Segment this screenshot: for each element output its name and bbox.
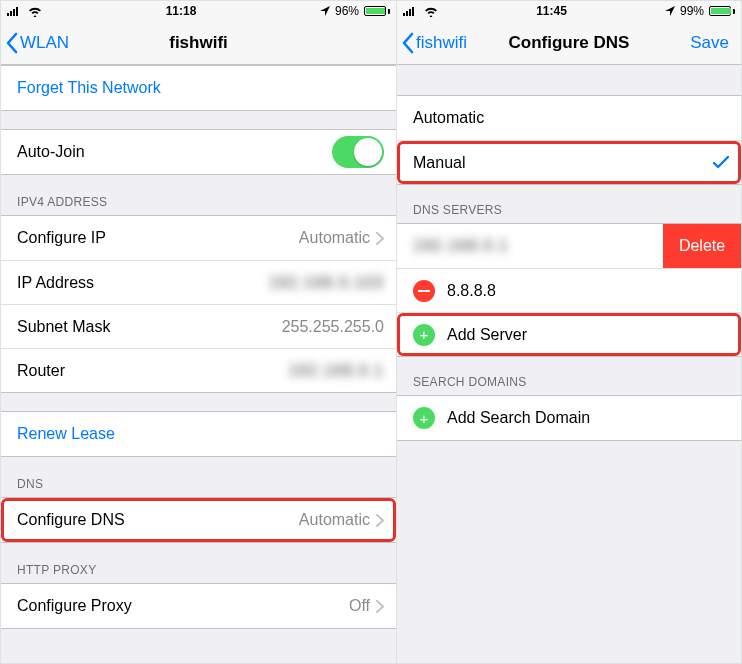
back-label: WLAN: [20, 33, 69, 53]
dns-server-row-1[interactable]: 192.168.0.1 Delete: [397, 224, 741, 268]
navbar: WLAN fishwifi: [1, 21, 396, 65]
configure-ip-label: Configure IP: [17, 229, 106, 247]
dns-server-1-value: 192.168.0.1: [413, 237, 509, 255]
cellular-signal-icon: [7, 6, 23, 16]
chevron-right-icon: [376, 232, 384, 245]
renew-lease-button[interactable]: Renew Lease: [1, 412, 396, 456]
battery-icon: [709, 6, 735, 16]
back-button[interactable]: WLAN: [1, 32, 69, 54]
back-label: fishwifi: [416, 33, 467, 53]
ip-address-row: IP Address 192.168.0.103: [1, 260, 396, 304]
navbar: fishwifi Configure DNS Save: [397, 21, 741, 65]
svg-rect-5: [406, 11, 408, 16]
statusbar: 11:45 99%: [397, 1, 741, 21]
svg-rect-1: [10, 11, 12, 16]
configure-dns-row[interactable]: Configure DNS Automatic: [1, 498, 396, 542]
ipv4-header: IPV4 ADDRESS: [1, 175, 396, 215]
configure-dns-label: Configure DNS: [17, 511, 125, 529]
add-server-label: Add Server: [447, 326, 527, 344]
svg-rect-7: [412, 7, 414, 16]
add-icon: +: [413, 407, 435, 429]
configure-proxy-row[interactable]: Configure Proxy Off: [1, 584, 396, 628]
configure-proxy-value: Off: [349, 597, 370, 615]
svg-rect-0: [7, 13, 9, 16]
battery-percent: 99%: [680, 4, 704, 18]
battery-percent: 96%: [335, 4, 359, 18]
chevron-left-icon: [5, 32, 18, 54]
statusbar: 11:18 96%: [1, 1, 396, 21]
router-row: Router 192.168.0.1: [1, 348, 396, 392]
configure-proxy-label: Configure Proxy: [17, 597, 132, 615]
option-automatic[interactable]: Automatic: [397, 96, 741, 140]
dns-server-2-value: 8.8.8.8: [447, 282, 496, 300]
dns-header: DNS: [1, 457, 396, 497]
ip-address-label: IP Address: [17, 274, 94, 292]
add-search-domain-row[interactable]: + Add Search Domain: [397, 396, 741, 440]
add-server-row[interactable]: + Add Server: [397, 312, 741, 356]
configure-ip-value: Automatic: [299, 229, 370, 247]
back-button[interactable]: fishwifi: [397, 32, 467, 54]
option-manual-label: Manual: [413, 154, 465, 172]
chevron-right-icon: [376, 514, 384, 527]
svg-rect-4: [403, 13, 405, 16]
forget-network-button[interactable]: Forget This Network: [1, 66, 396, 110]
auto-join-row: Auto-Join: [1, 130, 396, 174]
add-icon: +: [413, 324, 435, 346]
ip-address-value: 192.168.0.103: [269, 274, 384, 292]
router-label: Router: [17, 362, 65, 380]
remove-icon[interactable]: [413, 280, 435, 302]
forget-label: Forget This Network: [17, 79, 161, 97]
wifi-icon: [28, 6, 42, 17]
battery-icon: [364, 6, 390, 16]
wifi-icon: [424, 6, 438, 17]
search-domains-header: SEARCH DOMAINS: [397, 357, 741, 395]
router-value: 192.168.0.1: [288, 362, 384, 380]
svg-rect-3: [16, 7, 18, 16]
subnet-mask-label: Subnet Mask: [17, 318, 110, 336]
chevron-right-icon: [376, 600, 384, 613]
dns-server-row-2[interactable]: 8.8.8.8: [397, 268, 741, 312]
checkmark-icon: [713, 156, 729, 169]
configure-ip-row[interactable]: Configure IP Automatic: [1, 216, 396, 260]
dns-servers-header: DNS SERVERS: [397, 185, 741, 223]
add-search-domain-label: Add Search Domain: [447, 409, 590, 427]
clock: 11:18: [166, 4, 197, 18]
auto-join-toggle[interactable]: [332, 136, 384, 168]
chevron-left-icon: [401, 32, 414, 54]
location-arrow-icon: [320, 6, 330, 16]
save-button[interactable]: Save: [690, 33, 729, 53]
location-arrow-icon: [665, 6, 675, 16]
delete-button[interactable]: Delete: [663, 224, 741, 268]
http-proxy-header: HTTP PROXY: [1, 543, 396, 583]
clock: 11:45: [536, 4, 567, 18]
configure-dns-value: Automatic: [299, 511, 370, 529]
svg-rect-2: [13, 9, 15, 16]
cellular-signal-icon: [403, 6, 419, 16]
option-automatic-label: Automatic: [413, 109, 484, 127]
svg-rect-6: [409, 9, 411, 16]
subnet-mask-row: Subnet Mask 255.255.255.0: [1, 304, 396, 348]
option-manual[interactable]: Manual: [397, 140, 741, 184]
renew-lease-label: Renew Lease: [17, 425, 115, 443]
auto-join-label: Auto-Join: [17, 143, 85, 161]
subnet-mask-value: 255.255.255.0: [282, 318, 384, 336]
